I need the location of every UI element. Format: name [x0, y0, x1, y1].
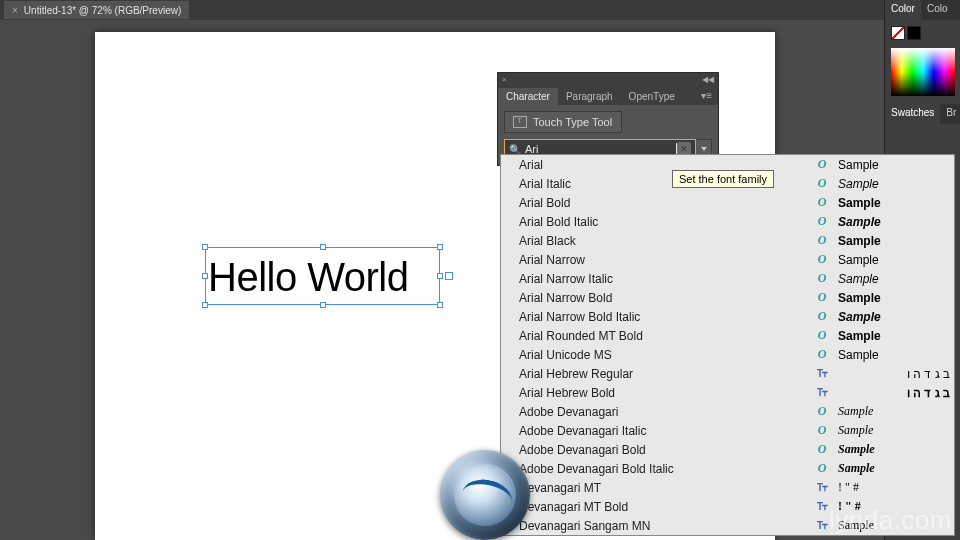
resize-handle-tl[interactable] — [202, 244, 208, 250]
font-option-name: Adobe Devanagari Italic — [519, 424, 814, 438]
font-option[interactable]: Arial Hebrew BoldTᴛב ג ד ה ו — [501, 383, 954, 402]
tooltip: Set the font family — [672, 170, 774, 188]
swatches-panel-tabs: Swatches Br — [885, 104, 960, 124]
resize-handle-bl[interactable] — [202, 302, 208, 308]
font-sample-text: Sample — [830, 291, 950, 305]
panel-collapse-icon[interactable]: ◀◀ — [702, 75, 714, 84]
color-spectrum[interactable] — [891, 48, 955, 96]
character-panel: × ◀◀ Character Paragraph OpenType ▾≡ Tou… — [497, 72, 719, 166]
resize-handle-tr[interactable] — [437, 244, 443, 250]
font-sample-text: ! " # — [830, 480, 950, 495]
opentype-icon: O — [814, 309, 830, 324]
tab-color-guide[interactable]: Colo — [921, 0, 954, 20]
tab-paragraph[interactable]: Paragraph — [558, 88, 621, 105]
font-option-name: Adobe Devanagari — [519, 405, 814, 419]
font-option[interactable]: Arial Rounded MT BoldOSample — [501, 326, 954, 345]
tab-character[interactable]: Character — [498, 88, 558, 105]
font-option-name: Adobe Devanagari Bold — [519, 443, 814, 457]
font-option-name: Arial Hebrew Bold — [519, 386, 814, 400]
font-sample-text: Sample — [830, 518, 950, 533]
panel-titlebar[interactable]: × ◀◀ — [498, 73, 718, 85]
touch-type-label: Touch Type Tool — [533, 116, 612, 128]
truetype-icon: Tᴛ — [814, 501, 830, 512]
opentype-icon: O — [814, 328, 830, 343]
touch-type-tool-button[interactable]: Touch Type Tool — [504, 111, 622, 133]
font-option[interactable]: Arial Narrow BoldOSample — [501, 288, 954, 307]
font-sample-text: Sample — [830, 329, 950, 343]
document-tab[interactable]: × Untitled-13* @ 72% (RGB/Preview) — [4, 1, 189, 19]
font-option-name: Devanagari MT — [519, 481, 814, 495]
truetype-icon: Tᴛ — [814, 482, 830, 493]
font-option-name: Devanagari Sangam MN — [519, 519, 814, 533]
font-sample-text: Sample — [830, 348, 950, 362]
font-sample-text: Sample — [830, 158, 950, 172]
font-option[interactable]: Adobe DevanagariOSample — [501, 402, 954, 421]
font-option[interactable]: Arial Narrow ItalicOSample — [501, 269, 954, 288]
opentype-icon: O — [814, 423, 830, 438]
opentype-icon: O — [814, 252, 830, 267]
tab-brushes[interactable]: Br — [940, 104, 960, 124]
font-sample-text: Sample — [830, 404, 950, 419]
font-option[interactable]: Arial Unicode MSOSample — [501, 345, 954, 364]
text-outport[interactable] — [445, 272, 453, 280]
font-option[interactable]: Adobe Devanagari ItalicOSample — [501, 421, 954, 440]
tab-swatches[interactable]: Swatches — [885, 104, 940, 124]
document-tab-title: Untitled-13* @ 72% (RGB/Preview) — [24, 5, 181, 16]
font-option-name: Arial Narrow Italic — [519, 272, 814, 286]
font-option[interactable]: Arial BlackOSample — [501, 231, 954, 250]
opentype-icon: O — [814, 233, 830, 248]
text-frame-content: Hello World — [206, 248, 439, 306]
font-sample-text: Sample — [830, 272, 950, 286]
stroke-swatch-black[interactable] — [907, 26, 921, 40]
resize-handle-tc[interactable] — [320, 244, 326, 250]
opentype-icon: O — [814, 461, 830, 476]
touch-type-icon — [513, 116, 527, 128]
font-option[interactable]: Arial Bold ItalicOSample — [501, 212, 954, 231]
font-option[interactable]: Arial NarrowOSample — [501, 250, 954, 269]
font-option-name: Devanagari MT Bold — [519, 500, 814, 514]
font-option-name: Arial Rounded MT Bold — [519, 329, 814, 343]
color-panel-tabs: Color Colo — [885, 0, 960, 20]
search-icon: 🔍 — [509, 144, 521, 155]
panel-flyout-menu-icon[interactable]: ▾≡ — [695, 90, 718, 101]
font-sample-text: Sample — [830, 234, 950, 248]
document-tab-bar: × Untitled-13* @ 72% (RGB/Preview) — [0, 0, 960, 20]
resize-handle-br[interactable] — [437, 302, 443, 308]
opentype-icon: O — [814, 195, 830, 210]
font-sample-text: Sample — [830, 442, 950, 457]
font-sample-text: Sample — [830, 196, 950, 210]
font-option[interactable]: Arial Narrow Bold ItalicOSample — [501, 307, 954, 326]
font-option[interactable]: Arial Hebrew RegularTᴛב ג ד ה ו — [501, 364, 954, 383]
font-sample-text: Sample — [830, 461, 950, 476]
opentype-icon: O — [814, 176, 830, 191]
truetype-icon: Tᴛ — [814, 387, 830, 398]
opentype-icon: O — [814, 271, 830, 286]
font-option[interactable]: Devanagari MTTᴛ! " # — [501, 478, 954, 497]
font-option-name: Arial Bold Italic — [519, 215, 814, 229]
opentype-icon: O — [814, 404, 830, 419]
opentype-icon: O — [814, 157, 830, 172]
close-tab-icon[interactable]: × — [12, 5, 18, 16]
font-sample-text: ! " # — [830, 499, 950, 514]
panel-tabs: Character Paragraph OpenType ▾≡ — [498, 85, 718, 105]
fill-swatch-none[interactable] — [891, 26, 905, 40]
font-option[interactable]: Devanagari MT BoldTᴛ! " # — [501, 497, 954, 516]
tab-color[interactable]: Color — [885, 0, 921, 20]
font-option[interactable]: Adobe Devanagari BoldOSample — [501, 440, 954, 459]
font-option-name: Arial Narrow Bold Italic — [519, 310, 814, 324]
font-option[interactable]: Adobe Devanagari Bold ItalicOSample — [501, 459, 954, 478]
selected-text-frame[interactable]: Hello World — [205, 247, 440, 305]
font-option[interactable]: Devanagari Sangam MNTᴛSample — [501, 516, 954, 535]
font-option-name: Arial Narrow Bold — [519, 291, 814, 305]
resize-handle-ml[interactable] — [202, 273, 208, 279]
font-family-dropdown-list[interactable]: ArialOSampleArial ItalicOSampleArial Bol… — [500, 154, 955, 536]
resize-handle-bc[interactable] — [320, 302, 326, 308]
panel-close-icon[interactable]: × — [502, 75, 507, 84]
tab-opentype[interactable]: OpenType — [621, 88, 683, 105]
font-sample-text: Sample — [830, 423, 950, 438]
resize-handle-mr[interactable] — [437, 273, 443, 279]
font-option-name: Arial Narrow — [519, 253, 814, 267]
font-option-name: Arial Unicode MS — [519, 348, 814, 362]
font-option-name: Arial Hebrew Regular — [519, 367, 814, 381]
font-option[interactable]: Arial BoldOSample — [501, 193, 954, 212]
